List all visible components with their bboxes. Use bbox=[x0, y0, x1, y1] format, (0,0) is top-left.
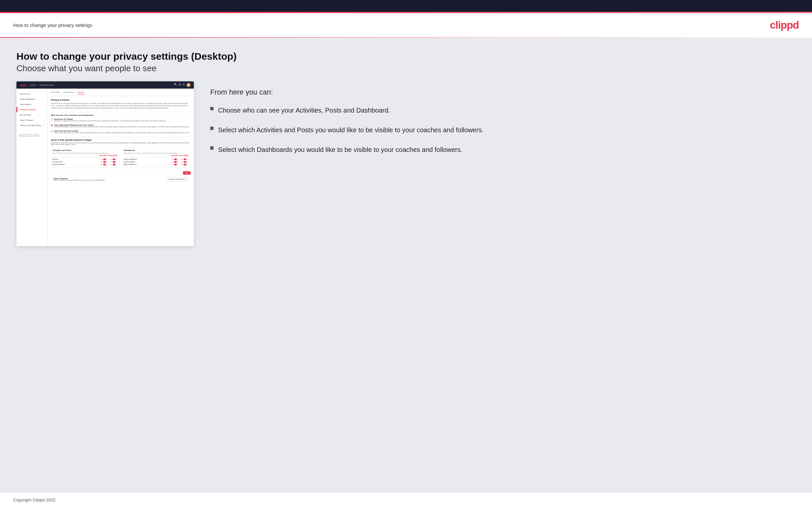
list-item: Select which Activities and Posts you wo… bbox=[210, 125, 796, 134]
mock-visit-community-button: Visit Our Community ↗ bbox=[166, 177, 188, 181]
mock-tables-row: Activities and Posts Select the types of… bbox=[51, 148, 191, 168]
header: How to change your privacy settings clip… bbox=[0, 13, 812, 37]
mock-show-hide-desc: Regardless of the privacy controls that … bbox=[51, 142, 191, 146]
mock-show-hide-title: Show or hide specific features in Clippd bbox=[51, 139, 191, 141]
tab-settings: Settings bbox=[77, 91, 85, 95]
chevron-right-icon: › bbox=[44, 103, 45, 105]
tab-connections: Connections bbox=[63, 91, 74, 95]
mock-show-hide-section: Show or hide specific features in Clippd… bbox=[51, 136, 191, 175]
table-row: Manual Activities ON ON bbox=[53, 163, 118, 165]
mock-save-button: Save bbox=[183, 171, 191, 175]
toggle-player-followers bbox=[184, 159, 187, 160]
main-content: How to change your privacy settings (Des… bbox=[0, 38, 812, 493]
bullet-list: Choose who can see your Activities, Post… bbox=[210, 106, 796, 154]
bullet-text: Choose who can see your Activities, Post… bbox=[218, 106, 390, 115]
mock-privacy-description: Control how you and your data appears to… bbox=[51, 102, 191, 109]
content-row: clippd Home My Performance 🔍 ⊞ ⚙ bbox=[16, 81, 796, 246]
chevron-right-icon: › bbox=[44, 109, 45, 111]
toggle-rounds-followers bbox=[113, 159, 116, 160]
mock-radio-coach-only: Only You and Your Coach Only you and the… bbox=[51, 130, 191, 134]
mock-activities-header: COACHES FOLLOWERS bbox=[53, 155, 118, 158]
toggle-wtwo-followers bbox=[184, 164, 187, 165]
bullet-icon bbox=[210, 146, 213, 150]
mock-sub-nav: My Profile Connections Settings bbox=[51, 91, 191, 96]
avatar bbox=[187, 83, 191, 87]
mock-who-section: Who Can See Your Activities and Dashboar… bbox=[51, 112, 191, 134]
external-link-icon: ↗ bbox=[43, 119, 45, 121]
footer: Copyright Clippd 2022 bbox=[0, 493, 812, 507]
radio-coach-only bbox=[51, 130, 53, 132]
bullet-text: Select which Dashboards you would like t… bbox=[218, 145, 462, 154]
sidebar-item-privacy-controls: Privacy Controls › bbox=[16, 107, 47, 112]
mock-sidebar: My Account › Data Integrations › Subscri… bbox=[16, 89, 48, 246]
table-row: Round Insights ON ON bbox=[124, 161, 189, 163]
radio-everyone bbox=[51, 118, 53, 120]
mock-body: My Account › Data Integrations › Subscri… bbox=[16, 89, 194, 246]
external-link-icon: ↗ bbox=[43, 124, 45, 126]
top-bar bbox=[0, 0, 812, 13]
toggle-player-coaches bbox=[174, 159, 177, 160]
mock-radio-followers: Only Approved Followers and Your Coach O… bbox=[51, 124, 191, 128]
toggle-rounds-coaches bbox=[103, 159, 106, 160]
mock-main-panel: My Profile Connections Settings Privacy … bbox=[48, 89, 194, 246]
mock-dashboards-header: COACHES FOLLOWERS bbox=[124, 155, 189, 158]
page-title: How to change your privacy settings (Des… bbox=[16, 51, 796, 62]
toggle-rounds-insights-followers bbox=[184, 161, 187, 163]
top-bar-accent bbox=[0, 12, 812, 13]
sidebar-item-data-integrations: Data Integrations › bbox=[16, 97, 47, 102]
page-subtitle: Choose what you want people to see bbox=[16, 63, 796, 73]
logo: clippd bbox=[770, 19, 799, 31]
mock-nav: clippd Home My Performance 🔍 ⊞ ⚙ bbox=[16, 81, 194, 89]
toggle-manual-coaches bbox=[103, 164, 106, 165]
sidebar-item-privacy-policy: Service & Privacy Policy ↗ bbox=[16, 123, 47, 128]
search-icon: 🔍 bbox=[174, 83, 177, 87]
external-link-icon: ↗ bbox=[184, 178, 186, 180]
list-item: Select which Dashboards you would like t… bbox=[210, 145, 796, 154]
list-item: Choose who can see your Activities, Post… bbox=[210, 106, 796, 115]
toggle-rounds-insights-coaches bbox=[174, 161, 177, 163]
table-row: Player Dashboard ON ON bbox=[124, 158, 189, 160]
mock-who-title: Who Can See Your Activities and Dashboar… bbox=[51, 112, 191, 116]
mock-app: clippd Home My Performance 🔍 ⊞ ⚙ bbox=[16, 81, 194, 246]
settings-icon: ⚙ bbox=[183, 83, 185, 87]
right-panel-header: From here you can: bbox=[210, 88, 796, 97]
table-row: What To Work On ON ON bbox=[124, 163, 189, 165]
mock-nav-icons: 🔍 ⊞ ⚙ bbox=[174, 83, 191, 87]
mock-dashboards-table: Dashboards Select the types of activity … bbox=[122, 148, 191, 168]
screenshot-container: clippd Home My Performance 🔍 ⊞ ⚙ bbox=[16, 81, 194, 246]
tab-my-profile: My Profile bbox=[51, 91, 60, 95]
bullet-text: Select which Activities and Posts you wo… bbox=[218, 125, 484, 134]
grid-icon: ⊞ bbox=[179, 83, 181, 87]
mock-help-section: Help & Support Visit our Clippd communit… bbox=[51, 175, 191, 183]
sidebar-item-myaccount: My Account › bbox=[16, 91, 47, 97]
chevron-right-icon: › bbox=[44, 98, 45, 100]
page-header: How to change your privacy settings (Des… bbox=[16, 51, 796, 73]
mock-section-title: Privacy Controls bbox=[51, 99, 191, 101]
chevron-right-icon: › bbox=[44, 93, 45, 95]
toggle-wtwo-coaches bbox=[174, 164, 177, 165]
table-row: Practice Drills ON ON bbox=[53, 161, 118, 163]
mock-activities-table: Activities and Posts Select the types of… bbox=[51, 148, 119, 168]
header-title: How to change your privacy settings bbox=[13, 22, 92, 28]
mock-save-row: Save bbox=[51, 170, 191, 175]
mock-nav-home: Home bbox=[31, 84, 36, 86]
bullet-icon bbox=[210, 107, 213, 110]
mock-radio-everyone: Everyone on Clippd Everyone on Clippd ca… bbox=[51, 118, 191, 122]
toggle-drills-followers bbox=[113, 161, 116, 163]
toggle-drills-coaches bbox=[103, 161, 106, 163]
sidebar-item-help: Help & Support ↗ bbox=[16, 117, 47, 123]
mock-nav-performance: My Performance bbox=[40, 84, 54, 86]
chevron-right-icon: › bbox=[44, 114, 45, 116]
sidebar-item-golf-bag: My Golf Bag › bbox=[16, 112, 47, 117]
copyright-text: Copyright Clippd 2022 bbox=[13, 498, 55, 502]
sidebar-version: Clippd Client Version: 2022.8.2SQL Serve… bbox=[16, 131, 47, 140]
radio-followers-selected bbox=[51, 124, 53, 126]
table-row: Rounds ON ON bbox=[53, 158, 118, 160]
sidebar-item-subscription: Subscription › bbox=[16, 102, 47, 107]
right-panel: From here you can: Choose who can see yo… bbox=[210, 81, 796, 154]
bullet-icon bbox=[210, 127, 213, 130]
toggle-manual-followers bbox=[113, 164, 116, 165]
mock-logo: clippd bbox=[20, 84, 27, 86]
